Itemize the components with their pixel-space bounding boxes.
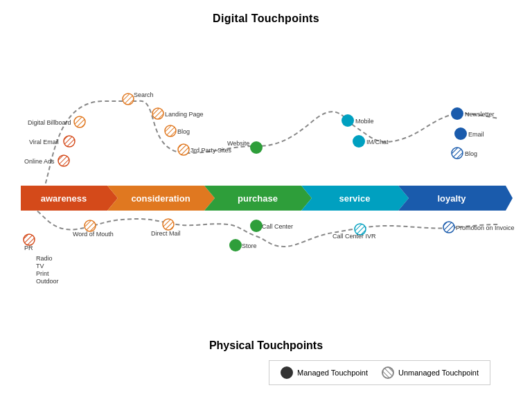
print-label: Print [36, 270, 49, 277]
page-title-physical: Physical Touchpoints [0, 339, 532, 352]
blog-consideration-dot [165, 125, 176, 136]
newsletter-dot [451, 107, 463, 120]
legend-managed: Managed Touchpoint [281, 366, 368, 379]
third-party-dot [178, 144, 189, 155]
managed-label: Managed Touchpoint [297, 369, 368, 377]
search-label: Search [134, 91, 154, 98]
website-label: Website [227, 140, 249, 147]
legend-unmanaged: Unmanaged Touchpoint [382, 366, 479, 379]
search-dot [123, 94, 134, 105]
page-title-digital: Digital Touchpoints [0, 0, 532, 25]
imchat-label: IM/Chat [366, 139, 389, 145]
landing-page-label: Landing Page [165, 111, 204, 118]
managed-icon [281, 366, 293, 379]
email-label: Email [468, 131, 484, 138]
third-party-label: 3rd Party Sites [190, 147, 232, 154]
main-diagram: awareness consideration purchase service… [0, 32, 532, 309]
digital-billboard-dot [74, 116, 85, 127]
imchat-dot [353, 135, 365, 148]
online-ads-label: Online Ads [24, 158, 55, 165]
pr-label: PR [24, 245, 33, 251]
awareness-label: awareness [41, 193, 87, 204]
online-ads-dot [58, 155, 69, 166]
loyalty-label: loyalty [437, 193, 466, 204]
word-of-mouth-dot [85, 220, 96, 231]
pr-dot [24, 234, 35, 245]
legend: Managed Touchpoint Unmanaged Touchpoint [269, 360, 490, 385]
mobile-label: Mobile [355, 118, 374, 125]
promotion-dot [443, 222, 454, 233]
radio-tv-label: Radio [36, 255, 53, 262]
landing-page-dot [152, 108, 163, 119]
word-of-mouth-label: Word of Mouth [73, 231, 114, 238]
viral-email-label: Viral Email [29, 139, 59, 145]
diagram-area: awareness consideration purchase service… [0, 32, 532, 309]
digital-billboard-label: Digital Billboard [28, 119, 71, 126]
service-label: service [339, 193, 371, 204]
store-dot [229, 239, 242, 251]
unmanaged-icon [382, 366, 394, 379]
direct-mail-dot [163, 219, 174, 230]
blog-consideration-label: Blog [177, 128, 190, 135]
purchase-label: purchase [238, 193, 278, 204]
tv-label: TV [36, 263, 44, 269]
store-label: Store [242, 242, 257, 249]
call-center-ivr-label: Call Center IVR [332, 233, 376, 240]
blog-loyalty-dot [452, 148, 463, 159]
website-dot [250, 141, 263, 154]
email-dot [454, 127, 467, 140]
direct-mail-label: Direct Mail [151, 230, 181, 237]
call-center-dot [250, 220, 263, 232]
unmanaged-label: Unmanaged Touchpoint [398, 369, 479, 377]
outdoor-label: Outdoor [36, 278, 59, 285]
call-center-label: Call Center [262, 223, 293, 230]
mobile-dot [342, 114, 354, 127]
consideration-label: consideration [131, 193, 190, 204]
blog-loyalty-label: Blog [465, 150, 477, 157]
viral-email-dot [64, 136, 75, 147]
promotion-label: Promotion on Invoice [456, 224, 515, 231]
newsletter-label: Newsletter [465, 111, 495, 118]
